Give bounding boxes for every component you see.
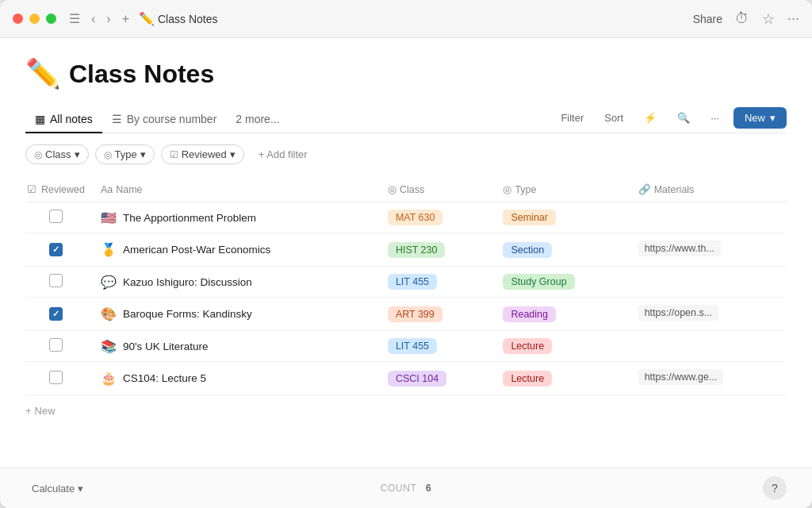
back-button[interactable]: ‹ [88, 10, 98, 28]
reviewed-checkbox[interactable] [49, 210, 63, 223]
page-title: Class Notes [69, 60, 214, 89]
filter-button[interactable]: Filter [554, 109, 590, 127]
reviewed-cell [25, 298, 93, 331]
tab-by-course[interactable]: ☰ By course number [102, 106, 227, 133]
reviewed-cell [25, 362, 93, 395]
fullscreen-button[interactable] [46, 13, 56, 24]
history-icon[interactable]: ⏱ [735, 10, 749, 27]
class-filter-chip[interactable]: ◎ Class ▾ [25, 144, 89, 164]
type-cell: Reading [495, 298, 630, 331]
new-button[interactable]: New ▾ [733, 107, 787, 129]
type-filter-label: Type [115, 148, 137, 160]
type-filter-icon: ◎ [104, 149, 112, 160]
tab-all-notes-label: All notes [50, 113, 93, 125]
sort-button[interactable]: Sort [598, 109, 630, 127]
type-filter-chip[interactable]: ◎ Type ▾ [95, 144, 155, 164]
name-cell[interactable]: 🎨Baroque Forms: Kandinsky [93, 298, 380, 331]
th-type: ◎ Type [495, 177, 630, 202]
new-row-label: New [35, 405, 56, 417]
name-cell[interactable]: 📚90's UK Literature [93, 331, 380, 362]
star-icon[interactable]: ☆ [762, 10, 775, 28]
add-filter-button[interactable]: + Add filter [251, 145, 316, 164]
materials-cell [630, 267, 787, 298]
tabs-right-actions: Filter Sort ⚡ 🔍 ··· New ▾ [554, 107, 787, 132]
calculate-label: Calculate [32, 483, 75, 495]
new-row-button[interactable]: + New [25, 405, 56, 417]
row-emoji: 🎨 [101, 306, 117, 321]
count-display: COUNT 6 [381, 483, 432, 494]
reviewed-checkbox[interactable] [49, 371, 63, 384]
sidebar-toggle[interactable]: ☰ [66, 10, 83, 28]
search-button[interactable]: 🔍 [671, 109, 696, 127]
name-cell[interactable]: 🎂CS104: Lecture 5 [93, 362, 380, 395]
reviewed-checkbox[interactable] [49, 338, 63, 352]
class-cell: HIST 230 [380, 233, 496, 267]
type-cell: Lecture [495, 331, 630, 362]
row-emoji: 🇺🇸 [101, 210, 117, 225]
titlebar-page-icon: ✏️ [139, 11, 155, 26]
materials-cell: https://open.s... [630, 298, 787, 331]
reviewed-cell [25, 202, 93, 233]
minimize-button[interactable] [29, 13, 40, 24]
reviewed-cell [25, 267, 93, 298]
class-badge: ART 399 [388, 306, 442, 322]
table-footer: + New [25, 395, 787, 417]
name-cell[interactable]: 🥇American Post-War Economics [93, 233, 380, 267]
add-page-button[interactable]: + [119, 10, 132, 28]
tab-more-label: 2 more... [236, 113, 279, 125]
name-cell[interactable]: 💬Kazuo Ishiguro: Discussion [93, 267, 380, 298]
materials-link[interactable]: https://open.s... [638, 305, 718, 321]
count-prefix: COUNT [381, 483, 416, 494]
class-cell: LIT 455 [380, 267, 496, 298]
table-header-row: ☑ Reviewed Aa Name ◎ [25, 177, 787, 202]
type-cell: Seminar [495, 202, 630, 233]
lightning-button[interactable]: ⚡ [638, 109, 663, 127]
share-button[interactable]: Share [693, 13, 722, 25]
row-emoji: 📚 [101, 339, 117, 354]
class-badge: CSCI 104 [388, 371, 446, 387]
tab-more[interactable]: 2 more... [226, 106, 289, 133]
reviewed-filter-label: Reviewed [182, 148, 227, 160]
class-badge: LIT 455 [388, 274, 437, 290]
class-cell: ART 399 [380, 298, 496, 331]
titlebar: ☰ ‹ › + ✏️ Class Notes Share ⏱ ☆ ··· [0, 0, 812, 38]
table-row: 🎨Baroque Forms: KandinskyART 399Readingh… [25, 298, 787, 331]
tab-all-notes[interactable]: ▦ All notes [25, 106, 102, 133]
calculate-button[interactable]: Calculate ▾ [25, 479, 90, 498]
bottom-bar: Calculate ▾ COUNT 6 ? [0, 468, 812, 508]
row-name: 90's UK Literature [123, 341, 209, 352]
list-icon: ☰ [112, 113, 122, 125]
close-button[interactable] [13, 13, 23, 24]
class-filter-icon: ◎ [34, 149, 42, 160]
filter-bar: ◎ Class ▾ ◎ Type ▾ ☑ Reviewed ▾ + Add fi… [25, 144, 787, 164]
count-value: 6 [426, 483, 431, 494]
titlebar-title: Class Notes [158, 13, 217, 25]
table-row: 🇺🇸The Apportionment ProblemMAT 630Semina… [25, 202, 787, 233]
name-cell[interactable]: 🇺🇸The Apportionment Problem [93, 202, 380, 233]
reviewed-checkbox[interactable] [49, 243, 63, 256]
materials-cell: https://www.th... [630, 233, 787, 267]
type-badge: Seminar [503, 210, 556, 225]
reviewed-cell [25, 331, 93, 362]
more-views-button[interactable]: ··· [704, 109, 726, 127]
materials-header-label: Materials [654, 184, 695, 195]
materials-header-icon: 🔗 [638, 183, 651, 195]
reviewed-checkbox[interactable] [49, 307, 63, 321]
type-badge: Lecture [503, 371, 552, 387]
help-button[interactable]: ? [763, 476, 787, 500]
row-name: American Post-War Economics [123, 244, 270, 256]
reviewed-filter-chip[interactable]: ☑ Reviewed ▾ [161, 144, 244, 164]
materials-link[interactable]: https://www.ge... [638, 369, 724, 385]
materials-link[interactable]: https://www.th... [638, 241, 721, 256]
table-wrapper: ☑ Reviewed Aa Name ◎ [25, 177, 787, 395]
page-header: ✏️ Class Notes [25, 57, 787, 90]
forward-button[interactable]: › [103, 10, 113, 28]
reviewed-filter-icon: ☑ [170, 149, 178, 160]
reviewed-filter-chevron: ▾ [230, 148, 236, 160]
reviewed-checkbox[interactable] [49, 274, 63, 287]
type-cell: Section [495, 233, 630, 267]
materials-cell [630, 331, 787, 362]
class-filter-label: Class [45, 148, 71, 160]
more-options-icon[interactable]: ··· [787, 10, 799, 27]
class-cell: LIT 455 [380, 331, 496, 362]
